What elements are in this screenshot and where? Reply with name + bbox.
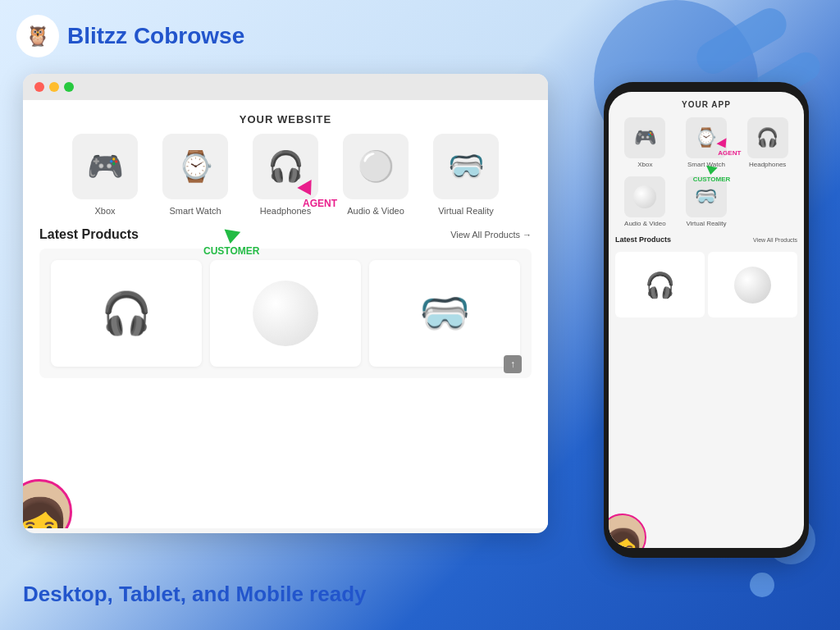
- category-audio[interactable]: ⚪ Audio & Video: [331, 134, 421, 216]
- products-row: CUSTOMER 🎧 🥽 ↑: [39, 249, 532, 378]
- audio-label: Audio & Video: [347, 206, 404, 216]
- upload-icon[interactable]: ↑: [504, 355, 522, 373]
- mobile-cat-smartwatch[interactable]: ⌚ Smart Watch AGENT: [677, 114, 737, 171]
- smartwatch-label: Smart Watch: [169, 206, 221, 216]
- tagline: Desktop, Tablet, and Mobile ready: [23, 582, 367, 607]
- vr-label: Virtual Reality: [438, 206, 494, 216]
- mobile-customer-cursor-icon: [705, 166, 719, 176]
- bg-circle-3: [750, 573, 774, 597]
- latest-header: Latest Products View All Products →: [39, 227, 532, 242]
- close-dot[interactable]: [34, 82, 44, 92]
- mobile-audio-img: [624, 176, 665, 217]
- mobile-latest-title: Latest Products: [615, 235, 671, 244]
- brand-title: Blitzz Cobrowse: [67, 23, 244, 49]
- minimize-dot[interactable]: [49, 82, 59, 92]
- category-headphones[interactable]: 🎧 Headphones AGENT: [240, 134, 331, 216]
- latest-title: Latest Products: [39, 227, 139, 242]
- product-ball[interactable]: [210, 260, 361, 367]
- customer-arrow: CUSTOMER: [203, 231, 259, 257]
- view-all-link[interactable]: View All Products →: [450, 230, 532, 240]
- mobile-latest-header: Latest Products View All Products: [615, 235, 797, 244]
- mobile-title: YOUR APP: [609, 92, 804, 114]
- mobile-product-ball[interactable]: [708, 252, 797, 317]
- audio-image: ⚪: [343, 134, 409, 199]
- customer-label: CUSTOMER: [203, 245, 259, 257]
- smartwatch-image: ⌚: [162, 134, 228, 199]
- mobile-headphones-label: Headphones: [749, 161, 786, 168]
- xbox-label: Xbox: [94, 206, 115, 216]
- category-vr[interactable]: 🥽 Virtual Reality: [421, 134, 511, 216]
- mobile-category-grid: 🎮 Xbox ⌚ Smart Watch AGENT 🎧 Headphones: [609, 114, 804, 231]
- product-vr[interactable]: 🥽: [369, 260, 520, 367]
- latest-section: Latest Products View All Products → CUST…: [23, 216, 548, 378]
- maximize-dot[interactable]: [64, 82, 74, 92]
- mobile-cat-vr[interactable]: 🥽 Virtual Reality CUSTOMER: [677, 173, 737, 231]
- category-grid: 🎮 Xbox ⌚ Smart Watch 🎧 Headphones AGENT …: [23, 134, 548, 216]
- browser-bar: [23, 74, 548, 100]
- mobile-xbox-img: 🎮: [624, 117, 665, 158]
- category-smartwatch[interactable]: ⌚ Smart Watch: [150, 134, 240, 216]
- mobile-cat-xbox[interactable]: 🎮 Xbox: [615, 114, 675, 171]
- agent-cursor-icon: [297, 180, 317, 199]
- header: 🦉 Blitzz Cobrowse: [16, 15, 244, 57]
- mobile-mockup: YOUR APP 🎮 Xbox ⌚ Smart Watch AGENT 🎧 He…: [604, 82, 809, 558]
- desktop-avatar: 👩: [23, 479, 72, 528]
- mobile-cat-audio[interactable]: Audio & Video: [615, 173, 675, 231]
- mobile-xbox-label: Xbox: [637, 161, 652, 168]
- owl-emoji: 🦉: [25, 25, 50, 48]
- category-xbox[interactable]: 🎮 Xbox: [60, 134, 150, 216]
- mobile-customer-label: CUSTOMER: [693, 176, 731, 183]
- vr-image: 🥽: [433, 134, 499, 199]
- browser-content: YOUR WEBSITE 🎮 Xbox ⌚ Smart Watch 🎧 Head…: [23, 100, 548, 528]
- mobile-products-row: 🎧: [615, 247, 797, 322]
- mobile-vr-label: Virtual Reality: [686, 220, 726, 227]
- mobile-avatar: 👩: [609, 514, 646, 548]
- mobile-latest-section: Latest Products View All Products 🎧: [609, 231, 804, 322]
- xbox-image: 🎮: [72, 134, 138, 199]
- logo-icon: 🦉: [16, 15, 59, 57]
- mobile-inner: YOUR APP 🎮 Xbox ⌚ Smart Watch AGENT 🎧 He…: [609, 92, 804, 548]
- mobile-cat-empty: [737, 173, 797, 231]
- mobile-product-headphones[interactable]: 🎧: [615, 252, 705, 317]
- desktop-mockup: YOUR WEBSITE 🎮 Xbox ⌚ Smart Watch 🎧 Head…: [23, 74, 548, 533]
- product-headphones[interactable]: 🎧: [51, 260, 202, 367]
- mobile-audio-label: Audio & Video: [624, 220, 666, 227]
- mobile-customer-arrow: CUSTOMER: [693, 167, 731, 183]
- mobile-headphones-img: 🎧: [747, 117, 788, 158]
- mobile-cat-headphones[interactable]: 🎧 Headphones: [737, 114, 797, 171]
- mobile-view-all[interactable]: View All Products: [753, 237, 797, 243]
- website-title: YOUR WEBSITE: [23, 100, 548, 134]
- customer-cursor-icon: [222, 229, 240, 244]
